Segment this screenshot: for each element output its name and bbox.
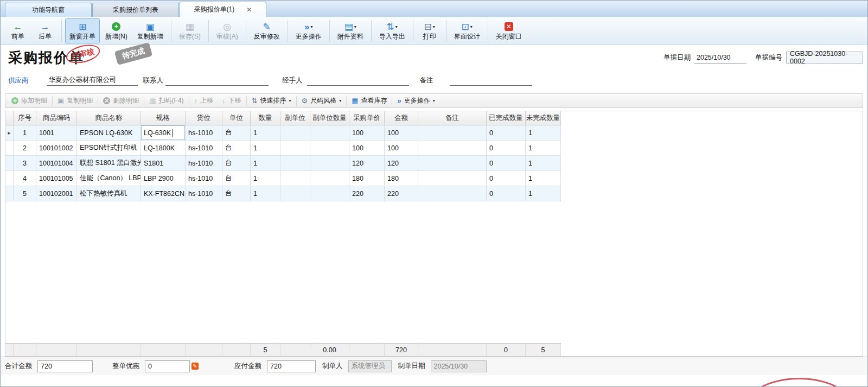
cell[interactable]: 联想 S1801 黑白激光 [77, 156, 141, 171]
cell[interactable]: 180 [385, 171, 418, 186]
cell[interactable]: 1 [251, 156, 280, 171]
cell[interactable] [418, 141, 487, 156]
cell[interactable]: 120 [349, 156, 385, 171]
close-icon[interactable]: ✕ [246, 7, 252, 13]
doc-date-input[interactable]: 2025/10/30 [694, 52, 746, 64]
cell[interactable]: 台 [222, 186, 251, 201]
cell[interactable] [418, 186, 487, 201]
cell[interactable]: LBP 2900 [141, 171, 186, 186]
cell[interactable]: 1 [251, 171, 280, 186]
cell[interactable] [280, 141, 310, 156]
column-header[interactable]: 未完成数量 [526, 111, 561, 125]
column-header[interactable]: 数量 [251, 111, 280, 125]
detail-toolbar-button-barcode[interactable]: ▥扫码(F4) [145, 94, 187, 107]
cell[interactable]: 120 [385, 156, 418, 171]
detail-toolbar-button-move-up[interactable]: ↑上移 [190, 94, 218, 107]
detail-toolbar-button-add-detail[interactable]: +添加明细 [8, 94, 51, 107]
cell[interactable]: 100101004 [36, 156, 77, 171]
column-header[interactable]: 货位 [186, 111, 222, 125]
cell[interactable]: 1001 [36, 125, 77, 141]
cell[interactable]: 1 [526, 125, 561, 141]
detail-toolbar-button-delete-detail[interactable]: ✕删除明细 [99, 94, 143, 107]
handler-input[interactable] [307, 75, 409, 86]
cell[interactable] [310, 186, 349, 201]
column-header[interactable]: 金额 [385, 111, 418, 125]
column-header[interactable]: 规格 [141, 111, 186, 125]
column-header[interactable]: 商品编码 [36, 111, 77, 125]
column-header[interactable]: 单位 [222, 111, 251, 125]
toolbar-button-next-arrow[interactable]: →后单 [32, 18, 58, 43]
cell[interactable]: 100101005 [36, 171, 77, 186]
table-row[interactable]: 5100102001松下热敏传真机KX-FT862CNhs-1010台12202… [5, 186, 561, 201]
total-amount-input[interactable]: 720 [37, 360, 93, 372]
cell[interactable]: 100101002 [36, 141, 77, 156]
cell[interactable]: 1 [14, 125, 36, 141]
cell[interactable]: 220 [385, 186, 418, 201]
detail-toolbar-button-inventory-grid[interactable]: ▦查看库存 [348, 94, 391, 107]
cell[interactable] [310, 156, 349, 171]
cell[interactable] [418, 156, 487, 171]
toolbar-button-print[interactable]: ⊟▾打印 [417, 18, 443, 43]
cell[interactable] [310, 171, 349, 186]
discount-edit-icon[interactable]: ✎ [192, 363, 199, 370]
cell[interactable]: 台 [222, 125, 251, 141]
column-header[interactable]: 序号 [14, 111, 36, 125]
toolbar-button-ui-design[interactable]: ⊡▾界面设计 [450, 18, 484, 43]
toolbar-button-unaudit-edit[interactable]: ✎反审修改 [250, 18, 284, 43]
detail-toolbar-button-copy-detail[interactable]: ▣复制明细 [54, 94, 97, 107]
cell[interactable]: 台 [222, 171, 251, 186]
cell[interactable]: 0 [487, 141, 526, 156]
cell[interactable] [418, 171, 487, 186]
cell[interactable]: 100 [385, 125, 418, 141]
toolbar-button-close-window[interactable]: ✕关闭窗口 [492, 18, 526, 43]
column-header[interactable]: 已完成数量 [487, 111, 526, 125]
table-row[interactable]: ▸11001EPSON LQ-630KLQ-630Khs-1010台110010… [5, 125, 561, 141]
cell[interactable]: 3 [14, 156, 36, 171]
cell[interactable]: 220 [349, 186, 385, 201]
cell[interactable]: 100 [349, 125, 385, 141]
cell[interactable]: 1 [526, 141, 561, 156]
cell[interactable] [310, 141, 349, 156]
detail-toolbar-button-more-chevrons[interactable]: »更多操作▾ [393, 94, 438, 107]
cell[interactable]: 0 [487, 156, 526, 171]
cell[interactable]: 100 [349, 141, 385, 156]
cell[interactable]: 2 [14, 141, 36, 156]
supplier-input[interactable]: 华夏办公器材有限公司 [47, 75, 138, 86]
cell[interactable]: EPSON针式打印机 [77, 141, 141, 156]
cell[interactable]: 台 [222, 156, 251, 171]
cell[interactable]: hs-1010 [186, 156, 222, 171]
cell[interactable]: hs-1010 [186, 125, 222, 141]
column-header[interactable]: 商品名称 [77, 111, 141, 125]
column-header[interactable]: 副单位 [280, 111, 310, 125]
doc-no-input[interactable]: CGBJD-20251030-0002 [786, 52, 863, 64]
cell[interactable]: 1 [251, 125, 280, 141]
table-row[interactable]: 3100101004联想 S1801 黑白激光S1801hs-1010台1120… [5, 156, 561, 171]
cell[interactable]: 1 [526, 156, 561, 171]
toolbar-button-save[interactable]: ▦保存(S) [175, 18, 205, 43]
cell[interactable]: 100102001 [36, 186, 77, 201]
toolbar-button-prev-arrow[interactable]: ←前单 [5, 18, 31, 43]
cell[interactable] [310, 125, 349, 141]
contact-input[interactable] [165, 75, 269, 86]
tab-quotation-list[interactable]: 采购报价单列表 [92, 3, 179, 17]
cell[interactable]: LQ-1800K [141, 141, 186, 156]
toolbar-button-new-window[interactable]: ⊞新窗开单 [65, 18, 100, 43]
cell[interactable]: hs-1010 [186, 171, 222, 186]
cell[interactable]: hs-1010 [186, 141, 222, 156]
toolbar-button-import-export[interactable]: ⇅▾导入导出 [375, 18, 410, 43]
detail-toolbar-button-quick-sort[interactable]: ⇅快速排序▾ [248, 94, 295, 107]
tab-function-nav[interactable]: 功能导航窗 [5, 3, 92, 17]
column-header[interactable]: 采购单价 [349, 111, 385, 125]
toolbar-button-audit-check[interactable]: ◎审核(A) [212, 18, 242, 43]
cell[interactable] [280, 171, 310, 186]
table-row[interactable]: 4100101005佳能（Canon） LBPLBP 2900hs-1010台1… [5, 171, 561, 186]
cell[interactable]: 佳能（Canon） LBP [77, 171, 141, 186]
cell[interactable]: LQ-630K [141, 125, 186, 141]
toolbar-button-copy[interactable]: ▣复制新增 [133, 18, 168, 43]
cell[interactable] [280, 186, 310, 201]
cell[interactable]: 5 [14, 186, 36, 201]
cell[interactable]: 1 [526, 186, 561, 201]
cell[interactable]: 0 [487, 186, 526, 201]
cell[interactable] [280, 156, 310, 171]
cell[interactable] [280, 125, 310, 141]
